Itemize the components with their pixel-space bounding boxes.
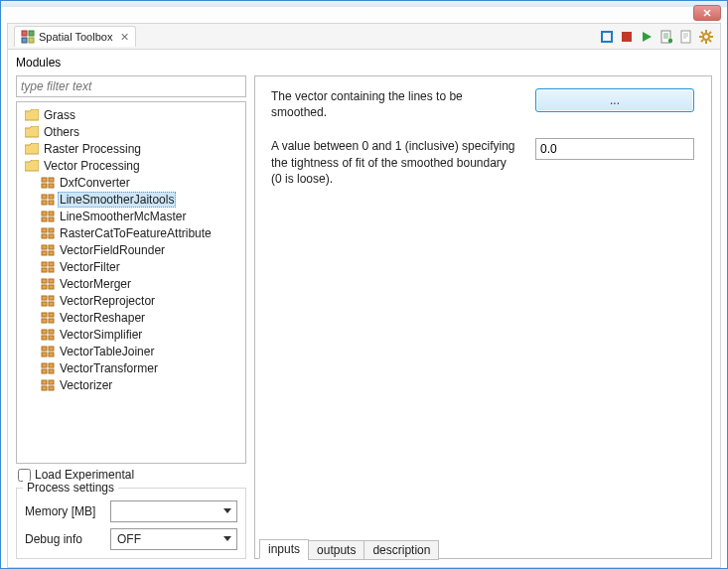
param-desc: A value between 0 and 1 (inclusive) spec… [271, 138, 519, 187]
param-tabstrip: inputs outputs description [255, 536, 711, 558]
tree-leaf[interactable]: VectorFieldRounder [39, 241, 243, 258]
svg-rect-46 [42, 296, 47, 300]
stop-red-button[interactable] [619, 29, 635, 45]
param-desc: The vector containing the lines to be sm… [271, 88, 519, 120]
view-tab-label: Spatial Toolbox [39, 31, 112, 43]
svg-rect-43 [49, 279, 54, 283]
svg-rect-63 [49, 363, 54, 367]
svg-rect-69 [49, 386, 54, 390]
filter-wrap [16, 75, 246, 97]
process-settings-group: Process settings Memory [MB] Debug info … [16, 488, 246, 559]
browse-button[interactable]: ... [535, 88, 694, 112]
tightness-input[interactable] [535, 138, 694, 160]
script-button[interactable] [658, 29, 674, 45]
tree-leaf[interactable]: LineSmootherMcMaster [39, 208, 243, 224]
window-close-button[interactable] [693, 5, 721, 21]
svg-rect-68 [42, 386, 47, 390]
debug-label: Debug info [25, 532, 104, 546]
svg-rect-62 [42, 363, 47, 367]
svg-rect-37 [49, 251, 54, 255]
tree-leaf[interactable]: VectorReprojector [39, 292, 243, 309]
main-row: GrassOthersRaster ProcessingVector Proce… [8, 71, 720, 567]
left-column: GrassOthersRaster ProcessingVector Proce… [16, 75, 246, 559]
tree-label: VectorTransformer [58, 361, 160, 375]
tree-folder[interactable]: Others [23, 123, 243, 140]
svg-rect-59 [49, 347, 54, 351]
settings-button[interactable] [698, 29, 714, 45]
tree-label: LineSmootherMcMaster [58, 210, 188, 223]
tab-description[interactable]: description [364, 540, 439, 560]
tree-leaf[interactable]: VectorReshaper [39, 309, 243, 326]
view-tab-spatial-toolbox[interactable]: Spatial Toolbox ✕ [14, 26, 136, 47]
svg-line-14 [701, 32, 703, 34]
gear-icon [699, 30, 713, 44]
tree-leaf[interactable]: VectorTableJoiner [39, 343, 243, 359]
debug-combo[interactable]: OFF [110, 528, 237, 550]
tree-folder[interactable]: Vector Processing [23, 157, 243, 174]
process-settings-legend: Process settings [23, 481, 118, 495]
module-icon [41, 277, 55, 291]
page-icon [679, 30, 693, 44]
svg-rect-32 [42, 234, 47, 238]
module-icon [41, 260, 55, 274]
svg-rect-58 [42, 347, 47, 351]
load-experimental-label: Load Experimental [35, 468, 134, 482]
page-button[interactable] [678, 29, 694, 45]
tree-label: VectorReprojector [58, 294, 157, 308]
svg-rect-41 [49, 268, 54, 272]
module-icon [41, 243, 55, 257]
tree-label: VectorFieldRounder [58, 243, 167, 257]
tree-label: Vectorizer [58, 378, 114, 392]
tree-label: VectorFilter [58, 260, 122, 274]
tree-label: Vector Processing [42, 159, 142, 173]
app-window: Spatial Toolbox ✕ Modules [0, 0, 728, 569]
module-icon [41, 226, 55, 240]
param-input-vector: The vector containing the lines to be sm… [271, 88, 699, 120]
tree-leaf[interactable]: RasterCatToFeatureAttribute [39, 224, 243, 241]
tab-outputs[interactable]: outputs [308, 540, 364, 560]
module-tree[interactable]: GrassOthersRaster ProcessingVector Proce… [16, 101, 246, 464]
run-button[interactable] [639, 29, 655, 45]
tree-leaf[interactable]: VectorMerger [39, 275, 243, 292]
svg-rect-3 [29, 38, 34, 43]
svg-rect-54 [42, 330, 47, 334]
module-icon [41, 176, 55, 190]
memory-label: Memory [MB] [25, 504, 104, 518]
module-icon [41, 378, 55, 392]
tree-leaf[interactable]: Vectorizer [39, 376, 243, 393]
stop-blue-button[interactable] [599, 29, 615, 45]
svg-rect-27 [49, 212, 54, 215]
svg-rect-66 [42, 380, 47, 384]
tree-leaf[interactable]: VectorTransformer [39, 359, 243, 376]
tree-leaf[interactable]: LineSmootherJaitools [39, 191, 243, 208]
tab-close-icon[interactable]: ✕ [120, 31, 129, 44]
chevron-down-icon [219, 530, 235, 548]
play-icon [640, 30, 654, 44]
toolbox-icon [21, 30, 35, 44]
tree-leaf[interactable]: VectorSimplifier [39, 326, 243, 343]
tree-folder[interactable]: Raster Processing [23, 140, 243, 157]
tree-label: Grass [42, 108, 77, 122]
tree-folder[interactable]: Grass [23, 106, 243, 123]
module-icon [41, 328, 55, 342]
filter-input[interactable] [16, 75, 246, 97]
svg-rect-21 [49, 184, 54, 188]
svg-rect-30 [42, 228, 47, 232]
tab-inputs[interactable]: inputs [259, 539, 309, 559]
tree-label: LineSmootherJaitools [58, 192, 176, 208]
svg-rect-5 [622, 32, 632, 42]
svg-rect-0 [22, 31, 27, 36]
script-icon [659, 30, 673, 44]
load-experimental-checkbox[interactable] [18, 469, 31, 482]
svg-rect-48 [42, 302, 47, 306]
debug-value: OFF [117, 532, 141, 546]
tree-leaf[interactable]: DxfConverter [39, 174, 243, 191]
svg-rect-4 [602, 32, 612, 42]
svg-point-7 [668, 38, 672, 42]
module-icon [41, 361, 55, 375]
chevron-down-icon [219, 502, 235, 520]
svg-rect-25 [49, 201, 54, 205]
tree-leaf[interactable]: VectorFilter [39, 258, 243, 275]
memory-combo[interactable] [110, 500, 237, 522]
svg-rect-45 [49, 285, 54, 289]
